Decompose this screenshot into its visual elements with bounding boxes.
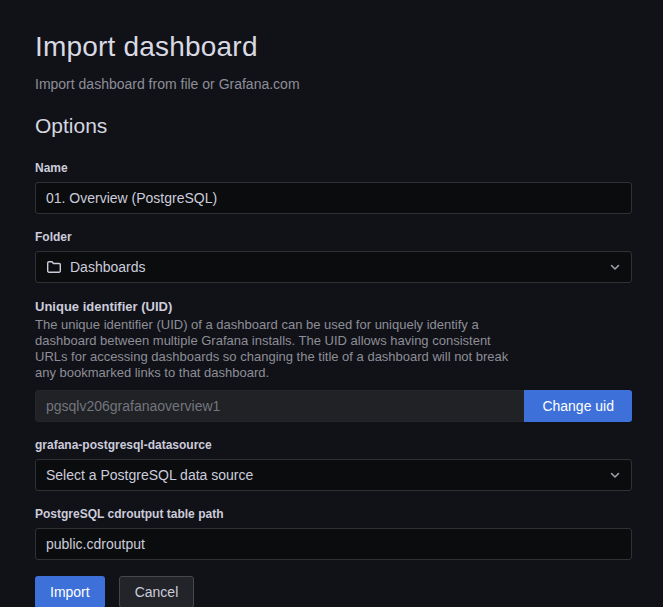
folder-icon — [46, 259, 62, 275]
folder-field-group: Folder Dashboards — [35, 230, 632, 283]
datasource-label: grafana-postgresql-datasource — [35, 438, 632, 453]
uid-description: The unique identifier (UID) of a dashboa… — [35, 317, 607, 381]
name-input[interactable] — [35, 182, 632, 214]
uid-label: Unique identifier (UID) — [35, 299, 632, 315]
page-title: Import dashboard — [35, 30, 632, 64]
folder-select-value: Dashboards — [70, 259, 146, 275]
name-field-group: Name — [35, 161, 632, 214]
cancel-button[interactable]: Cancel — [119, 576, 195, 607]
folder-label: Folder — [35, 230, 632, 245]
uid-input — [35, 390, 524, 422]
uid-input-row: Change uid — [35, 390, 632, 422]
options-section-title: Options — [35, 113, 632, 139]
form-actions: Import Cancel — [35, 576, 632, 607]
chevron-down-icon — [609, 261, 621, 273]
uid-field-group: Unique identifier (UID) The unique ident… — [35, 299, 632, 422]
name-label: Name — [35, 161, 632, 176]
import-button[interactable]: Import — [35, 576, 105, 607]
page-subtitle: Import dashboard from file or Grafana.co… — [35, 75, 632, 93]
table-path-input[interactable] — [35, 528, 632, 560]
datasource-select-value: Select a PostgreSQL data source — [46, 467, 253, 483]
datasource-field-group: grafana-postgresql-datasource Select a P… — [35, 438, 632, 491]
table-path-label: PostgreSQL cdroutput table path — [35, 507, 632, 522]
folder-select[interactable]: Dashboards — [35, 251, 632, 283]
table-path-field-group: PostgreSQL cdroutput table path — [35, 507, 632, 560]
change-uid-button[interactable]: Change uid — [524, 390, 632, 422]
chevron-down-icon — [609, 469, 621, 481]
datasource-select[interactable]: Select a PostgreSQL data source — [35, 459, 632, 491]
import-dashboard-page: Import dashboard Import dashboard from f… — [0, 0, 663, 607]
